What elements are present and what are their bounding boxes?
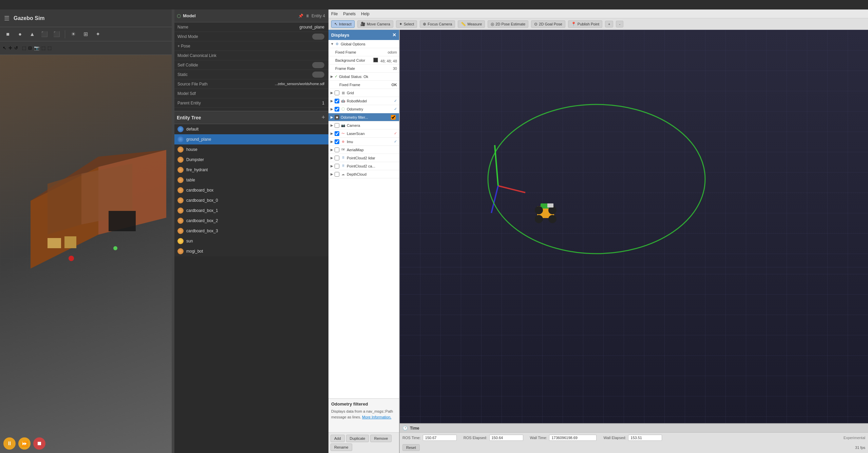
resize-handle[interactable] <box>172 9 174 453</box>
tree-item-ground_plane[interactable]: ground_plane <box>173 134 328 144</box>
global-options-item[interactable]: ▼ ⚙ Global Options <box>328 40 399 48</box>
fast-forward-button[interactable]: ⏩ <box>18 437 31 450</box>
tool-box[interactable]: ⬛ <box>39 29 50 39</box>
move-camera-tool[interactable]: 🎥 Move Camera <box>357 20 393 28</box>
displays-header: Displays ✕ <box>328 30 399 40</box>
tool-light[interactable]: ☀ <box>68 29 78 39</box>
remove-tool-button[interactable]: - <box>616 21 623 27</box>
pose-property[interactable]: + Pose <box>173 41 328 51</box>
time-bottom: Reset 31 fps <box>400 443 868 452</box>
aerial-map-item[interactable]: ▶ 🗺 AerialMap <box>328 146 399 154</box>
displays-close-button[interactable]: ✕ <box>392 32 396 38</box>
ros-elapsed-input[interactable] <box>489 435 523 441</box>
ros-time-input[interactable] <box>423 435 457 441</box>
tree-item-house[interactable]: house <box>173 144 328 155</box>
laser-scan-checkbox[interactable] <box>335 131 339 136</box>
add-tool-button[interactable]: + <box>605 21 613 27</box>
wall-time-input[interactable] <box>549 435 597 441</box>
model-pause-icon[interactable]: ⏸ <box>305 14 309 18</box>
time-bar: 🕐 Time ROS Time: ROS Elapsed: Wall Time: <box>400 423 868 453</box>
tool-path[interactable]: ✦ <box>93 29 103 39</box>
pointcloud2-lidar-item[interactable]: ▶ ⠿ PointCloud2 lidar <box>328 154 399 162</box>
rename-display-button[interactable]: Rename <box>331 444 352 451</box>
imu-checkbox[interactable] <box>335 139 339 144</box>
grid-checkbox[interactable] <box>335 91 339 95</box>
tree-item-sun[interactable]: sun <box>173 236 328 246</box>
pointcloud2-ca-checkbox[interactable] <box>335 164 339 169</box>
wall-elapsed-input[interactable] <box>628 435 662 441</box>
remove-display-button[interactable]: Remove <box>370 435 392 442</box>
menu-panels[interactable]: Panels <box>343 12 356 16</box>
depth-cloud-checkbox[interactable] <box>335 172 339 177</box>
odometry-item[interactable]: ▶ 〇 Odometry ✓ <box>328 105 399 113</box>
tree-item-mogi_bot[interactable]: mogi_bot <box>173 246 328 256</box>
grid-display-item[interactable]: ▶ ▦ Grid <box>328 89 399 97</box>
rviz-3d-viewport[interactable]: 🕐 Time ROS Time: ROS Elapsed: Wall Time: <box>400 30 868 453</box>
tree-item-table[interactable]: table <box>173 175 328 185</box>
tool-rotate[interactable]: ↺ <box>14 45 18 51</box>
add-display-button[interactable]: Add <box>331 435 345 442</box>
reset-button[interactable]: Reset <box>402 444 420 451</box>
measure-tool[interactable]: 📏 Measure <box>458 20 485 28</box>
model-entity-label: Entity 4 <box>312 14 325 18</box>
duplicate-display-button[interactable]: Duplicate <box>346 435 369 442</box>
menu-help[interactable]: Help <box>361 12 370 16</box>
camera-item[interactable]: ▶ 📷 Camera <box>328 121 399 130</box>
tree-item-fire_hydrant[interactable]: fire_hydrant <box>173 165 328 175</box>
item-icon <box>177 167 184 173</box>
pause-button[interactable]: ⏸ <box>3 437 16 450</box>
hamburger-icon[interactable]: ☰ <box>4 15 10 22</box>
select-tool[interactable]: ✦ Select <box>396 20 417 28</box>
tree-item-cardboard_box_0[interactable]: cardboard_box_0 <box>173 195 328 205</box>
aerial-map-checkbox[interactable] <box>335 147 339 152</box>
tree-item-cardboard_box_1[interactable]: cardboard_box_1 <box>173 205 328 216</box>
camera-checkbox[interactable] <box>335 123 339 128</box>
tool-triangle[interactable]: ▲ <box>27 29 37 39</box>
stop-button[interactable]: ⏹ <box>33 437 45 450</box>
tool-snap1[interactable]: ⬚ <box>41 45 45 51</box>
static-toggle[interactable] <box>312 72 324 78</box>
entity-tree-add-button[interactable]: + <box>321 114 325 121</box>
tool-wireframe[interactable]: ⬚ <box>22 45 26 51</box>
interact-tool[interactable]: ↖ Interact <box>331 20 355 28</box>
tool-circle[interactable]: ● <box>15 29 25 39</box>
tree-item-cardboard_box_2[interactable]: cardboard_box_2 <box>173 216 328 226</box>
tool-arrow[interactable]: ↖ <box>3 45 6 51</box>
tool-snap2[interactable]: ⬚ <box>48 45 52 51</box>
tool-cylinder[interactable]: ⬛ <box>52 29 62 39</box>
laser-scan-item[interactable]: ▶ 〜 LaserScan ✓ <box>328 130 399 138</box>
odometry-filter-checkbox[interactable] <box>391 115 396 120</box>
svg-point-21 <box>535 206 543 214</box>
2d-pose-tool[interactable]: ◎ 2D Pose Estimate <box>488 20 528 28</box>
tool-grid[interactable]: ⊞ <box>80 29 91 39</box>
tree-item-Dumpster[interactable]: Dumpster <box>173 155 328 165</box>
focus-camera-tool[interactable]: ⊕ Focus Camera <box>420 20 455 28</box>
publish-point-tool[interactable]: 📍 Publish Point <box>568 20 602 28</box>
tool-camera[interactable]: 📷 <box>34 45 39 51</box>
tool-translate[interactable]: ✛ <box>8 45 12 51</box>
more-info-link[interactable]: More Information. <box>362 415 391 419</box>
imu-item[interactable]: ▶ ⊕ Imu ✓ <box>328 138 399 146</box>
2d-goal-tool[interactable]: ⊙ 2D Goal Pose <box>531 20 565 28</box>
source-file-property: Source File Path ...zebo_sensors/worlds/… <box>173 79 328 89</box>
pointcloud2-ca-item[interactable]: ▶ ⠿ PointCloud2 ca... <box>328 162 399 170</box>
odometry-checkbox[interactable] <box>335 107 339 112</box>
menu-file[interactable]: File <box>331 12 338 16</box>
global-status-item[interactable]: ▶ ✓ Global Status: Ok <box>328 73 399 81</box>
robot-model-arrow: ▶ <box>331 99 335 103</box>
robot-model-item[interactable]: ▶ 🤖 RobotModel ✓ <box>328 97 399 105</box>
pointcloud2-lidar-checkbox[interactable] <box>335 156 339 160</box>
tool-select[interactable]: ■ <box>3 29 13 39</box>
robot-model-checkbox[interactable] <box>335 99 339 103</box>
tree-item-cardboard_box[interactable]: cardboard_box <box>173 185 328 195</box>
tree-item-default[interactable]: default <box>173 124 328 134</box>
odometry-filter-item[interactable]: ▶ ■ Odometry filter... <box>328 113 399 121</box>
self-collide-toggle[interactable] <box>312 62 324 68</box>
tree-item-cardboard_box_3[interactable]: cardboard_box_3 <box>173 226 328 236</box>
tool-solid[interactable]: ⊟ <box>28 45 32 51</box>
wind-mode-toggle[interactable] <box>312 34 324 40</box>
svg-rect-6 <box>109 211 136 231</box>
model-pin-icon[interactable]: 📌 <box>298 14 303 18</box>
display-tree[interactable]: ▼ ⚙ Global Options Fixed Frame odom Back… <box>328 40 399 398</box>
depth-cloud-item[interactable]: ▶ ☁ DepthCloud <box>328 170 399 178</box>
